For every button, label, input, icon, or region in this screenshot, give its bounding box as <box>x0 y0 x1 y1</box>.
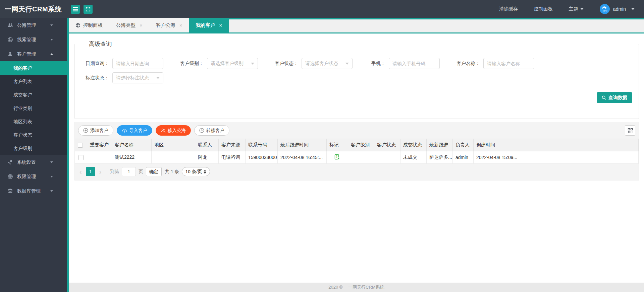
control-panel-link[interactable]: 控制面板 <box>534 6 553 12</box>
field-label: 日期查询： <box>82 61 109 67</box>
search-submit-row: 查询数据 <box>82 92 632 103</box>
fullscreen-icon <box>86 7 91 12</box>
sidebar-item-my-customers[interactable]: 我的客户 <box>0 61 67 75</box>
sidebar-item-industry-category[interactable]: 行业类别 <box>0 101 67 115</box>
select-all-header <box>75 139 87 151</box>
customer-level-select[interactable]: 请选择客户级别 <box>207 58 258 69</box>
date-query-input[interactable] <box>112 58 163 69</box>
add-customer-button[interactable]: 添加客户 <box>78 125 113 136</box>
sidebar-item-public-sea[interactable]: 公海管理 <box>0 18 67 32</box>
avatar: 一网天行 <box>600 4 610 14</box>
mark-status-select[interactable]: 请选择标注状态 <box>112 72 163 83</box>
col-region: 地区 <box>152 139 195 151</box>
page-content: 高级查询 日期查询： 客户级别： 请选择客户级别 客户状态： <box>69 33 644 283</box>
prev-page-button[interactable]: ‹ <box>78 168 83 175</box>
total-count-label: 共 1 条 <box>165 169 179 175</box>
chevron-down-icon <box>50 176 53 177</box>
sidebar-item-region-list[interactable]: 地区列表 <box>0 115 67 128</box>
sidebar-item-leads[interactable]: 线索管理 <box>0 32 67 47</box>
close-icon[interactable]: × <box>179 23 182 28</box>
column-settings-button[interactable] <box>625 125 635 136</box>
transfer-customer-button[interactable]: 转移客户 <box>194 125 229 136</box>
page-footer: 2020 © 一网天行CRM系统 <box>69 283 644 292</box>
move-to-sea-button[interactable]: 移入公海 <box>156 125 191 136</box>
user-icon <box>7 51 13 57</box>
fullscreen-button[interactable] <box>84 5 93 14</box>
search-icon <box>602 95 606 100</box>
goto-confirm-button[interactable]: 确定 <box>146 167 162 176</box>
brand-logo: 一网天行CRM系统 <box>0 5 67 14</box>
note-edit-icon[interactable]: ? <box>334 154 340 160</box>
select-all-checkbox[interactable] <box>78 143 83 148</box>
button-label: 添加客户 <box>90 128 108 134</box>
sidebar-item-customer-list[interactable]: 客户列表 <box>0 75 67 88</box>
database-icon <box>7 188 13 194</box>
next-page-button[interactable]: › <box>98 168 103 175</box>
sidebar-item-database[interactable]: 数据库管理 <box>0 184 67 198</box>
import-customer-button[interactable]: 导入客户 <box>117 125 152 136</box>
tab-customer-sea[interactable]: 客户公海 × <box>149 18 189 32</box>
cell-source: 电话咨询 <box>219 151 246 164</box>
customer-name-input[interactable] <box>483 58 534 69</box>
copyright-label: 2020 © 一网天行CRM系统 <box>328 284 384 290</box>
close-icon[interactable]: × <box>140 23 143 28</box>
field-mobile: 手机： <box>365 58 440 69</box>
tab-sea-type[interactable]: 公海类型 × <box>109 18 149 32</box>
sidebar-toggle-button[interactable] <box>71 5 80 14</box>
col-phone: 联系号码 <box>246 139 278 151</box>
page-size-select[interactable]: 10 条/页 <box>182 167 210 176</box>
table-header-row: 重要客户 客户名称 地区 联系人 客户来源 联系号码 最后跟进时间 标记 客户级… <box>75 139 639 151</box>
col-important: 重要客户 <box>87 139 112 151</box>
row-select-cell <box>75 151 87 164</box>
col-latest-follow: 最新跟进... <box>427 139 453 151</box>
theme-dropdown[interactable]: 主题 <box>569 6 584 12</box>
row-checkbox[interactable] <box>78 155 84 160</box>
cell-latest-follow: 萨达萨多... <box>427 151 453 164</box>
tab-label: 客户公海 <box>156 22 175 28</box>
users-icon <box>7 22 13 28</box>
sidebar: 公海管理 线索管理 客户管理 我的客户 客户列表 成交客户 行业类别 地区列表 … <box>0 18 67 292</box>
clear-cache-link[interactable]: 清除缓存 <box>499 6 518 12</box>
chevron-down-icon <box>50 190 53 192</box>
search-row-1: 日期查询： 客户级别： 请选择客户级别 客户状态： 请选择客户状态 <box>82 58 632 69</box>
spinner-arrows-icon <box>204 170 206 174</box>
user-menu[interactable]: 一网天行 admin <box>600 4 635 14</box>
select-placeholder: 请选择标注状态 <box>116 75 149 81</box>
sidebar-item-customers[interactable]: 客户管理 <box>0 47 67 61</box>
tab-control-panel[interactable]: 控制面板 <box>69 18 109 32</box>
goto-page-input[interactable] <box>122 167 136 176</box>
sidebar-item-deal-customers[interactable]: 成交客户 <box>0 88 67 101</box>
chevron-down-icon <box>156 77 160 79</box>
close-icon[interactable]: × <box>219 23 222 28</box>
globe-icon <box>75 23 80 28</box>
customer-status-select[interactable]: 请选择客户状态 <box>302 58 353 69</box>
tab-my-customers[interactable]: 我的客户 × <box>189 18 229 32</box>
field-label: 标注状态： <box>82 75 109 81</box>
field-customer-status: 客户状态： 请选择客户状态 <box>271 58 353 69</box>
globe-grid-icon <box>7 174 13 179</box>
mobile-input[interactable] <box>389 58 440 69</box>
field-label: 手机： <box>365 61 385 67</box>
sidebar-item-label: 数据库管理 <box>17 188 50 194</box>
tab-label: 公海类型 <box>116 22 136 28</box>
chevron-down-icon <box>50 161 53 163</box>
chevron-down-icon <box>50 24 53 26</box>
sidebar-item-customer-level[interactable]: 客户级别 <box>0 142 67 155</box>
chevron-down-icon <box>50 39 53 41</box>
col-mark: 标记 <box>327 139 348 151</box>
sidebar-item-permissions[interactable]: 权限管理 <box>0 169 67 184</box>
customers-grid-panel: 添加客户 导入客户 移入公海 <box>74 122 639 180</box>
globe-icon <box>7 37 13 43</box>
field-customer-name: 客户名称： <box>452 58 534 69</box>
sidebar-item-system-settings[interactable]: 系统设置 <box>0 155 67 169</box>
cell-customer-name: 测试2222 <box>112 151 152 164</box>
nodes-icon <box>7 159 13 165</box>
username-label: admin <box>613 6 626 12</box>
query-data-button[interactable]: 查询数据 <box>597 92 632 103</box>
clock-icon <box>199 128 204 133</box>
sidebar-accent-divider <box>67 18 69 292</box>
page-number-button[interactable]: 1 <box>86 167 95 176</box>
sidebar-item-label: 公海管理 <box>17 22 50 28</box>
sidebar-item-customer-status[interactable]: 客户状态 <box>0 128 67 142</box>
goto-suffix-label: 页 <box>139 169 143 175</box>
